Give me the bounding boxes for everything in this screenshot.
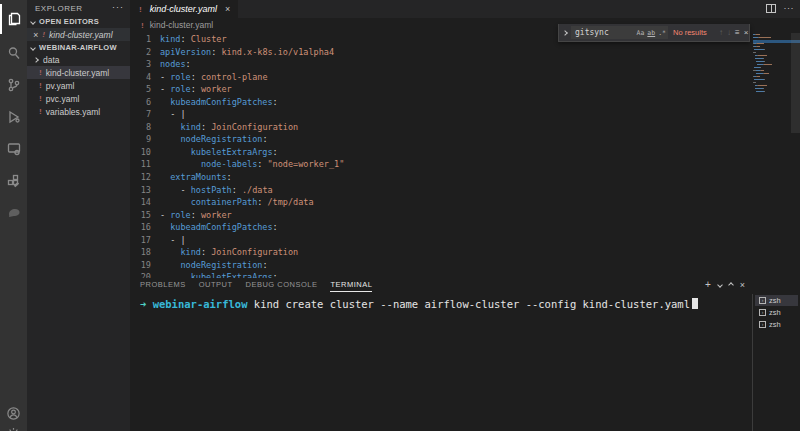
find-previous-icon[interactable]: ↑ [719,28,723,37]
file-label: kind-cluster.yaml [46,68,109,78]
file-tree-item-pv-yaml[interactable]: !pv.yaml [27,79,130,92]
file-tree-item-pvc-yaml[interactable]: !pvc.yaml [27,92,130,105]
sidebar-more-actions-icon[interactable]: ··· [112,2,124,12]
token-punc: : [201,247,211,257]
open-editors-label: OPEN EDITORS [39,17,99,26]
close-panel-icon[interactable]: × [740,280,745,290]
explorer-icon[interactable] [0,4,27,34]
editor-scrollbar[interactable] [791,33,800,133]
explorer-sidebar: EXPLORER ··· OPEN EDITORS ×!kind-cluster… [27,0,130,431]
file-tree-item-variables-yaml[interactable]: !variables.yaml [27,105,130,118]
remote-explorer-icon[interactable] [0,134,27,164]
token-key: kubeadmConfigPatches [170,222,272,232]
terminal-shell-label: zsh [769,320,781,329]
token-key: nodeRegistration [180,134,262,144]
minimap-segment [758,85,767,86]
file-label: pvc.yaml [46,94,80,104]
line-number: 9 [130,133,160,146]
extensions-icon[interactable] [0,166,27,196]
file-label: pv.yaml [46,81,75,91]
line-text: node-labels: "node=worker_1" [160,158,344,171]
terminal-icon: › [759,309,766,316]
file-tree-item-data[interactable]: data [27,53,130,66]
minimap-segment [763,88,764,89]
find-in-selection-icon[interactable]: ≡ [735,28,740,37]
close-icon[interactable]: × [33,30,38,40]
split-editor-icon[interactable] [766,4,776,13]
line-number: 15 [130,209,160,222]
sidebar-title: EXPLORER [35,4,83,13]
token-punc: : [273,147,278,157]
panel-tab-debug-console[interactable]: DEBUG CONSOLE [246,280,318,292]
token-punc: : [191,210,201,220]
token-punc [160,97,170,107]
prompt-cwd: webinar-airflow [153,298,248,310]
new-terminal-icon[interactable]: + [705,280,711,290]
terminal-command: kind create cluster --name airflow-clust… [254,298,690,310]
breadcrumb[interactable]: ! kind-cluster.yaml [140,18,213,32]
line-text: apiVersion: kind.x-k8s.io/v1alpha4 [160,46,334,59]
more-actions-icon[interactable]: ··· [784,3,795,13]
run-debug-icon[interactable] [0,102,27,132]
terminal-list-item[interactable]: ›zsh [755,319,798,330]
file-tree-item-kind-cluster-yaml[interactable]: !kind-cluster.yaml [27,66,130,79]
open-editors-header[interactable]: OPEN EDITORS [27,15,130,28]
bottom-panel: PROBLEMSOUTPUTDEBUG CONSOLETERMINAL + × … [130,278,800,431]
custom-extension-icon[interactable] [0,198,27,228]
token-punc [160,247,180,257]
panel-tab-problems[interactable]: PROBLEMS [140,280,186,292]
find-query-text: gitsync [575,28,634,37]
minimap-line [753,73,789,74]
token-key: kind [180,247,200,257]
terminal-dropdown-icon[interactable] [717,282,723,288]
terminal-list-item[interactable]: ›zsh [755,307,798,318]
source-control-icon[interactable] [0,70,27,100]
find-next-icon[interactable]: ↓ [727,28,731,37]
code-line: 4- role: control-plane [130,71,740,84]
line-number: 14 [130,196,160,209]
panel-tab-terminal[interactable]: TERMINAL [330,280,372,292]
whole-word-icon[interactable]: ab [647,29,655,37]
line-text: containerPath: /tmp/data [160,196,314,209]
token-val: ./data [242,185,273,195]
minimap-line [753,82,789,83]
minimap-line [753,79,789,80]
yaml-file-icon: ! [38,94,43,103]
line-number: 4 [130,71,160,84]
minimap-line [753,64,789,65]
minimap-segment [764,73,769,74]
tab-kind-cluster-yaml[interactable]: ! kind-cluster.yaml × [130,0,239,18]
maximize-panel-icon[interactable] [728,282,734,288]
minimap-line [753,43,789,44]
tab-close-icon[interactable]: × [225,4,230,14]
open-editor-item[interactable]: ×!kind-cluster.yaml [27,28,130,41]
match-case-icon[interactable]: Aa [637,29,645,37]
panel-header: PROBLEMSOUTPUTDEBUG CONSOLETERMINAL + × [130,278,800,294]
find-input[interactable]: gitsync Aa ab .* [571,26,668,39]
settings-gear-icon[interactable] [0,418,27,431]
minimap-segment [757,43,764,44]
token-punc: : [191,84,201,94]
terminal-list-item[interactable]: ›zsh [755,295,798,306]
terminal-shell-label: zsh [769,308,781,317]
regex-icon[interactable]: .* [658,29,666,37]
token-punc: : [257,159,267,169]
token-val: JoinConfiguration [211,247,298,257]
toggle-replace-icon[interactable] [562,30,568,36]
terminal[interactable]: ➜ webinar-airflow kind create cluster --… [130,294,750,431]
line-text: - hostPath: ./data [160,184,273,197]
line-text: - role: worker [160,209,232,222]
yaml-file-icon: ! [138,5,143,14]
code-editor[interactable]: 1kind: Cluster2apiVersion: kind.x-k8s.io… [130,33,740,278]
code-line: 17 - | [130,234,740,247]
minimap-line [753,52,789,53]
line-number: 5 [130,83,160,96]
line-number: 2 [130,46,160,59]
code-line: 9 nodeRegistration: [130,133,740,146]
panel-tab-output[interactable]: OUTPUT [199,280,233,292]
find-close-icon[interactable]: × [744,28,749,37]
code-line: 3nodes: [130,58,740,71]
yaml-file-icon: ! [38,81,43,90]
search-icon[interactable] [0,38,27,68]
panel-actions: + × [705,280,745,290]
